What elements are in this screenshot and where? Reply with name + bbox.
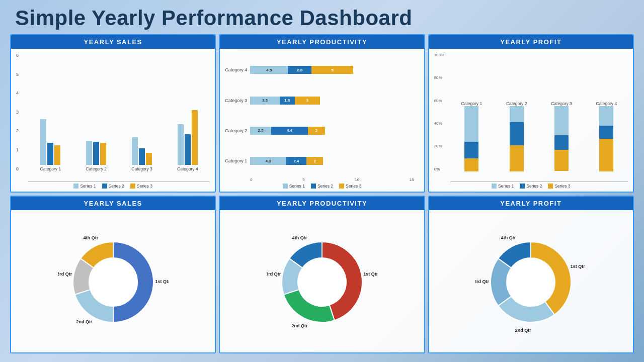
donut-label: 1st Qtr	[363, 272, 377, 277]
hbar-legend: Series 1 Series 2 Series 3	[225, 182, 419, 190]
stacked-group: Category 2	[495, 100, 538, 171]
stacked-bars	[599, 106, 613, 171]
hbar-seg-s3: 2	[308, 127, 325, 135]
stacked-bars	[464, 106, 478, 171]
donut-center	[507, 258, 555, 306]
donut-label: 3rd Qtr	[58, 272, 72, 277]
donut-label: 1st Qtr	[571, 264, 586, 269]
donut-center	[89, 258, 137, 306]
stacked-legend: Series 1 Series 2 Series 3	[434, 182, 628, 190]
x-label: Category 3	[131, 166, 152, 171]
stacked-bar-s2	[464, 142, 478, 158]
bar-s1	[40, 119, 46, 165]
stacked-bar-s3	[510, 145, 524, 171]
legend-series2: Series 2	[520, 184, 542, 189]
panel-yearly-profit-stacked: YEARLY PROFIT 0% 20% 40% 60% 80% 100% Ca…	[428, 34, 634, 193]
legend-series2: Series 2	[311, 184, 333, 189]
donut-label: 2nd Qtr	[76, 319, 92, 324]
x-label: Category 1	[40, 166, 61, 171]
donut-area-profit: 1st Qtr2nd Qtr3rd Qtr4th Qtr	[434, 214, 628, 351]
hbar-seg-s1: 2.5	[250, 127, 271, 135]
hbar-segments: 3.51.83	[250, 97, 319, 105]
panel-yearly-profit-donut: YEARLY PROFIT 1st Qtr2nd Qtr3rd Qtr4th Q…	[428, 196, 634, 354]
bar-s1	[86, 141, 92, 165]
stacked-bar-s2	[599, 126, 613, 139]
panel-yearly-productivity-donut-body: 1st Qtr2nd Qtr3rd Qtr4th Qtr	[220, 210, 424, 353]
bar-group: Category 2	[74, 53, 119, 171]
hbar-x-axis: 0 5 10 15	[225, 176, 419, 182]
x-label: Category 4	[177, 166, 198, 171]
stacked-bar-s3	[464, 158, 478, 171]
panel-yearly-sales-bar-header: YEARLY SALES	[11, 35, 215, 49]
donut-svg-sales: 1st Qtr2nd Qtr3rd Qtr4th Qtr	[58, 227, 169, 337]
panel-yearly-profit-donut-header: YEARLY PROFIT	[429, 197, 633, 210]
donut-label: 2nd Qtr	[515, 328, 531, 333]
bar-s3	[54, 145, 60, 165]
hbar-seg-s3: 5	[311, 66, 353, 74]
stacked-bar-s2	[510, 122, 524, 145]
panel-yearly-profit-stacked-body: 0% 20% 40% 60% 80% 100% Category 1Catego…	[429, 49, 633, 192]
bar-s2	[139, 148, 145, 165]
hbar-label: Category 3	[225, 98, 247, 103]
panel-yearly-productivity-hbar-header: YEARLY PRODUCTIVITY	[220, 35, 424, 49]
dashboard-grid: YEARLY SALES 0 1 2 3 4 5 6 Category 1Cat…	[0, 34, 644, 358]
hbar-segments: 4.52.85	[250, 66, 353, 74]
donut-area-sales: 1st Qtr2nd Qtr3rd Qtr4th Qtr	[16, 214, 210, 351]
panel-yearly-sales-bar-body: 0 1 2 3 4 5 6 Category 1Category 2Catego…	[11, 49, 215, 192]
donut-label: 1st Qtr	[155, 280, 169, 285]
legend-series3: Series 3	[339, 184, 361, 189]
hbar-segments: 4.32.42	[250, 157, 323, 165]
panel-yearly-productivity-hbar: YEARLY PRODUCTIVITY Category 44.52.85Cat…	[219, 34, 425, 193]
hbar-seg-s1: 4.3	[250, 157, 286, 165]
x-label: Category 2	[86, 166, 107, 171]
bar-s2	[93, 142, 99, 165]
stacked-x-label: Category 4	[596, 101, 617, 106]
hbar-seg-s2: 2.4	[286, 157, 306, 165]
donut-center	[298, 258, 346, 306]
donut-label: 4th Qtr	[501, 235, 516, 240]
hbar-row: Category 44.52.85	[250, 66, 414, 74]
hbar-row: Category 33.51.83	[250, 97, 414, 105]
hbar-seg-s3: 2	[306, 157, 323, 165]
bar-s3	[100, 143, 106, 164]
panel-yearly-productivity-hbar-body: Category 44.52.85Category 33.51.83Catego…	[220, 49, 424, 192]
bar-group: Category 3	[120, 53, 165, 171]
stacked-bars	[554, 106, 569, 171]
panel-yearly-profit-donut-body: 1st Qtr2nd Qtr3rd Qtr4th Qtr	[429, 210, 633, 353]
panel-yearly-sales-donut: YEARLY SALES 1st Qtr2nd Qtr3rd Qtr4th Qt…	[10, 196, 216, 354]
stacked-bar-s2	[554, 135, 569, 150]
donut-svg-profit: 1st Qtr2nd Qtr3rd Qtr4th Qtr	[475, 227, 586, 337]
donut-label: 4th Qtr	[292, 235, 307, 240]
stacked-group: Category 1	[450, 100, 493, 171]
bars-row	[74, 100, 119, 165]
stacked-group: Category 4	[585, 100, 628, 171]
donut-svg-productivity: 1st Qtr2nd Qtr3rd Qtr4th Qtr	[267, 227, 377, 337]
panel-yearly-productivity-donut-header: YEARLY PRODUCTIVITY	[220, 197, 424, 210]
bar-group: Category 4	[165, 53, 210, 171]
stacked-chart-grid: 0% 20% 40% 60% 80% 100% Category 1Catego…	[434, 53, 628, 182]
stacked-bar-s1	[510, 106, 524, 123]
y-axis-labels: 0 1 2 3 4 5 6	[16, 53, 19, 171]
stacked-bar-s3	[599, 139, 613, 171]
hbar-seg-s1: 4.5	[250, 66, 288, 74]
bar-s1	[132, 137, 138, 164]
stacked-x-label: Category 2	[506, 101, 527, 106]
bar-chart-legend: Series 1 Series 2 Series 3	[16, 182, 210, 190]
legend-series3: Series 3	[130, 184, 152, 189]
bar-s3	[146, 153, 152, 165]
donut-label: 2nd Qtr	[291, 323, 307, 328]
hbar-row: Category 22.54.42	[250, 127, 414, 135]
bar-group: Category 1	[28, 53, 73, 171]
bar-s3	[192, 110, 198, 164]
legend-series1: Series 1	[283, 184, 305, 189]
bars-row	[28, 100, 73, 165]
hbar-segments: 2.54.42	[250, 127, 325, 135]
hbar-seg-s2: 1.8	[280, 97, 295, 105]
hbar-label: Category 2	[225, 128, 247, 133]
legend-series1: Series 1	[492, 184, 514, 189]
dashboard-title: Simple Yearly Performance Dashboard	[0, 0, 644, 34]
bar-s2	[47, 143, 53, 164]
bars-row	[165, 100, 210, 165]
stacked-bar-s1	[464, 106, 478, 142]
hbar-seg-s2: 4.4	[271, 127, 308, 135]
